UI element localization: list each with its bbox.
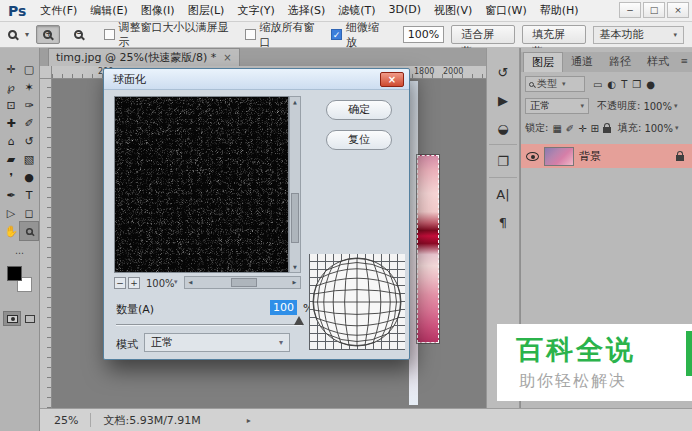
filter-preview[interactable] — [114, 96, 289, 273]
document-tab[interactable]: timg.jpg @ 25%(快速蒙版/8) * × — [48, 48, 240, 66]
menu-layer[interactable]: 图层(L) — [188, 3, 225, 18]
preview-zoom-level[interactable]: 100% — [146, 278, 175, 289]
quick-mask-button[interactable] — [3, 311, 21, 326]
status-caret-icon[interactable]: ▸ — [247, 416, 251, 425]
tool-eraser[interactable]: ▰ — [2, 150, 20, 168]
foreground-color-swatch[interactable] — [7, 266, 22, 281]
tool-pen[interactable]: ✒ — [2, 186, 20, 204]
tool-gradient[interactable]: ▧ — [20, 150, 38, 168]
workspace-switcher[interactable]: 基本功能 ▾ — [593, 26, 684, 44]
chevron-down-icon[interactable]: ▾ — [25, 30, 29, 39]
panel-icon-actions[interactable]: ▶ — [490, 88, 516, 112]
preview-zoom-out-button[interactable]: − — [114, 277, 126, 289]
slider-thumb[interactable] — [294, 316, 304, 325]
blend-mode-dropdown[interactable]: 正常 ▾ — [525, 98, 589, 114]
maximize-button[interactable]: □ — [643, 2, 665, 18]
panel-icon-paragraph[interactable]: ¶ — [490, 210, 516, 234]
scroll-right-icon[interactable]: ▶ — [289, 277, 300, 288]
tool-brush[interactable]: ✐ — [20, 114, 38, 132]
menu-help[interactable]: 帮助(H) — [540, 3, 579, 18]
lock-artboard-icon[interactable]: ⊞ — [591, 123, 599, 134]
tool-dodge[interactable]: ● — [20, 168, 38, 186]
tool-eyedropper[interactable]: ✑ — [20, 96, 38, 114]
lock-all-icon[interactable] — [603, 127, 611, 133]
checkbox-zoom-all-windows[interactable]: 缩放所有窗口 — [245, 20, 325, 50]
layer-filter-dropdown[interactable]: 类型 ▾ — [525, 76, 585, 92]
close-button[interactable]: × — [667, 2, 689, 18]
tool-clone-stamp[interactable]: ⌂ — [2, 132, 20, 150]
tool-move[interactable]: ✛ — [2, 60, 20, 78]
menu-type[interactable]: 文字(Y) — [237, 3, 274, 18]
more-tools-icon[interactable]: ⋯ — [0, 248, 40, 258]
preview-vertical-scrollbar[interactable]: ▲ ▼ — [289, 96, 301, 273]
tool-history-brush[interactable]: ↺ — [20, 132, 38, 150]
panel-icon-character[interactable]: A| — [490, 182, 516, 206]
panel-icon-history[interactable]: ↺ — [490, 60, 516, 84]
fill-screen-button[interactable]: 填充屏幕 — [522, 25, 586, 44]
tool-zoom[interactable] — [20, 222, 38, 240]
filter-type-layers-icon[interactable]: T — [621, 79, 627, 90]
menu-edit[interactable]: 编辑(E) — [90, 3, 128, 18]
menu-window[interactable]: 窗口(W) — [485, 3, 526, 18]
menu-select[interactable]: 选择(S) — [288, 3, 326, 18]
menu-filter[interactable]: 滤镜(T) — [338, 3, 375, 18]
tool-path-selection[interactable]: ▷ — [2, 204, 20, 222]
dialog-title[interactable]: 球面化 — [104, 69, 409, 90]
checkbox-scrubby-zoom[interactable]: ✓细微缩放 — [331, 20, 390, 50]
tab-channels[interactable]: 通道 — [563, 52, 601, 72]
zoom-in-button[interactable]: + — [36, 25, 60, 44]
tool-lasso[interactable]: ℘ — [2, 78, 20, 96]
zoom-out-button[interactable]: − — [67, 25, 91, 44]
chevron-down-icon[interactable]: ▾ — [674, 102, 678, 110]
menu-file[interactable]: 文件(F) — [40, 3, 77, 18]
scroll-left-icon[interactable]: ◀ — [185, 277, 196, 288]
zoom-all-windows-checkbox[interactable] — [245, 29, 256, 40]
amount-slider[interactable] — [116, 324, 302, 326]
lock-image-pixels-icon[interactable]: ✐ — [566, 123, 574, 134]
tab-styles[interactable]: 样式 — [639, 52, 677, 72]
fit-screen-button[interactable]: 适合屏幕 — [451, 25, 515, 44]
lock-position-icon[interactable]: ✛ — [578, 123, 586, 134]
opacity-value[interactable]: 100% — [643, 101, 672, 112]
scroll-down-icon[interactable]: ▼ — [290, 262, 300, 272]
preview-horizontal-scrollbar[interactable]: ◀ ▶ — [184, 276, 301, 289]
visibility-eye-icon[interactable] — [526, 152, 539, 161]
tool-crop[interactable]: ⊡ — [2, 96, 20, 114]
filter-toggle-icon[interactable]: ● — [646, 79, 655, 90]
scroll-up-icon[interactable]: ▲ — [290, 97, 300, 107]
selection-marching-ants[interactable] — [417, 155, 439, 343]
fill-value[interactable]: 100% — [644, 123, 673, 134]
ok-button[interactable]: 确定 — [326, 100, 392, 120]
scrollbar-thumb[interactable] — [231, 278, 257, 287]
filter-pixel-layers-icon[interactable]: ▭ — [593, 79, 602, 90]
menu-image[interactable]: 图像(I) — [141, 3, 175, 18]
tool-shape[interactable]: ◻ — [20, 204, 38, 222]
screen-mode-button[interactable] — [22, 311, 37, 326]
mode-dropdown[interactable]: 正常 ▾ — [144, 333, 290, 352]
zoom-level-input[interactable]: 100% — [403, 26, 445, 43]
scrollbar-thumb[interactable] — [291, 193, 299, 243]
tab-layers[interactable]: 图层 — [523, 52, 563, 72]
tool-blur[interactable]: ❜ — [2, 168, 20, 186]
checkbox-resize-windows-to-fit[interactable]: 调整窗口大小以满屏显示 — [104, 20, 239, 50]
minimize-button[interactable]: − — [619, 2, 641, 18]
chevron-down-icon[interactable]: ▾ — [675, 124, 679, 132]
tab-paths[interactable]: 路径 — [601, 52, 639, 72]
layer-row-background[interactable]: 背景 — [521, 144, 692, 168]
reset-button[interactable]: 复位 — [326, 130, 392, 150]
filter-adjustment-layers-icon[interactable]: ◐ — [607, 79, 616, 90]
panel-icon-adjustments[interactable]: ◒ — [490, 116, 516, 140]
resize-windows-to-fit-checkbox[interactable] — [104, 29, 115, 40]
amount-input[interactable]: 100 — [270, 300, 297, 315]
panel-menu-icon[interactable]: ≡ — [680, 56, 688, 66]
tool-type[interactable]: T — [20, 186, 38, 204]
dialog-close-button[interactable]: × — [380, 72, 404, 87]
tool-healing-brush[interactable]: ✚ — [2, 114, 20, 132]
close-tab-icon[interactable]: × — [223, 52, 231, 63]
layer-thumbnail[interactable] — [544, 147, 574, 166]
chevron-down-icon[interactable]: ▾ — [174, 278, 178, 286]
tool-marquee[interactable]: ▢ — [20, 60, 38, 78]
scrubby-zoom-checkbox[interactable]: ✓ — [331, 29, 342, 40]
tool-hand[interactable]: ✋ — [2, 222, 20, 240]
lock-transparent-pixels-icon[interactable]: ▦ — [552, 123, 561, 134]
